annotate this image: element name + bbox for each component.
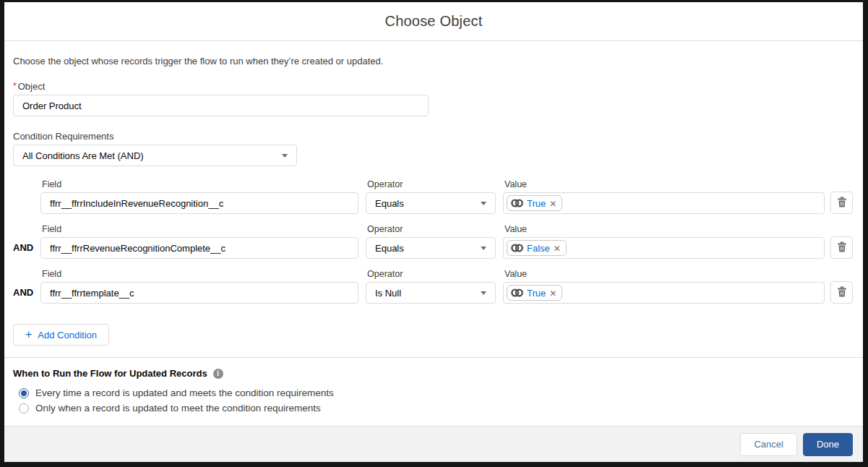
chevron-down-icon xyxy=(481,291,486,295)
overlapping-rings-icon xyxy=(511,243,523,253)
operator-value: Is Null xyxy=(375,288,401,299)
pill-value-label: True xyxy=(527,198,546,209)
object-label: *Object xyxy=(13,81,853,92)
condition-value-column: Value True ✕ xyxy=(503,269,825,304)
radio-option-label: Every time a record is updated and meets… xyxy=(35,387,334,398)
value-column-label: Value xyxy=(503,269,825,279)
operator-column-label: Operator xyxy=(366,179,496,189)
condition-row: Field Operator Equals Value xyxy=(13,179,853,214)
condition-field-input[interactable] xyxy=(40,237,358,259)
value-column-label: Value xyxy=(503,179,825,189)
overlapping-rings-icon xyxy=(511,288,523,298)
modal-content: Choose the object whose records trigger … xyxy=(4,41,863,426)
trash-icon xyxy=(837,197,847,210)
condition-row: AND Field Operator Equals Value xyxy=(13,224,853,259)
done-button[interactable]: Done xyxy=(803,433,853,456)
delete-condition-button[interactable] xyxy=(830,281,853,304)
when-to-run-options: Every time a record is updated and meets… xyxy=(19,387,853,414)
chevron-down-icon xyxy=(481,247,486,250)
plus-icon: + xyxy=(25,329,32,340)
condition-operator-select[interactable]: Equals xyxy=(366,192,496,214)
screenshot-frame: Choose Object Choose the object whose re… xyxy=(0,0,868,467)
chevron-down-icon xyxy=(481,202,486,205)
condition-logic-label: AND xyxy=(13,287,40,304)
radio-option-label: Only when a record is updated to meet th… xyxy=(35,403,321,414)
pill-value-label: False xyxy=(527,243,550,254)
dialog-description: Choose the object whose records trigger … xyxy=(13,56,853,67)
chevron-down-icon xyxy=(282,154,288,158)
condition-field-column: Field xyxy=(40,269,358,304)
condition-row: AND Field Operator Is Null Value xyxy=(13,269,853,304)
radio-option[interactable]: Every time a record is updated and meets… xyxy=(19,387,853,398)
condition-logic-label xyxy=(13,208,40,214)
condition-value-input[interactable]: False ✕ xyxy=(503,237,825,259)
radio-option[interactable]: Only when a record is updated to meet th… xyxy=(19,403,853,414)
condition-requirements-select[interactable]: All Conditions Are Met (AND) xyxy=(13,145,297,166)
operator-column-label: Operator xyxy=(366,269,496,279)
operator-column-label: Operator xyxy=(366,224,496,234)
condition-operator-select[interactable]: Equals xyxy=(366,237,496,259)
condition-operator-column: Operator Equals xyxy=(366,224,496,259)
field-column-label: Field xyxy=(40,269,358,279)
condition-logic-label: AND xyxy=(13,242,40,259)
when-to-run-heading-text: When to Run the Flow for Updated Records xyxy=(13,368,207,379)
info-icon[interactable]: i xyxy=(213,369,223,379)
remove-value-icon[interactable]: ✕ xyxy=(554,244,561,253)
condition-requirements-label: Condition Requirements xyxy=(13,131,853,142)
modal-header: Choose Object xyxy=(4,2,863,41)
modal-footer: Cancel Done xyxy=(4,426,863,462)
condition-field-column: Field xyxy=(40,179,358,214)
condition-operator-column: Operator Is Null xyxy=(366,269,496,304)
delete-condition-button[interactable] xyxy=(830,192,853,214)
condition-field-input[interactable] xyxy=(40,192,358,214)
pill-value-label: True xyxy=(527,288,546,299)
condition-field-input[interactable] xyxy=(40,282,358,304)
condition-operator-column: Operator Equals xyxy=(366,179,496,214)
value-pill: True ✕ xyxy=(507,285,562,301)
value-pill: False ✕ xyxy=(507,240,567,256)
condition-value-input[interactable]: True ✕ xyxy=(503,192,825,214)
condition-value-column: Value True ✕ xyxy=(503,179,825,214)
operator-value: Equals xyxy=(375,198,404,209)
delete-condition-button[interactable] xyxy=(830,236,853,259)
object-label-text: Object xyxy=(18,81,46,92)
add-condition-button[interactable]: + Add Condition xyxy=(13,324,109,346)
object-input[interactable] xyxy=(13,95,429,116)
cancel-button[interactable]: Cancel xyxy=(740,433,796,456)
remove-value-icon[interactable]: ✕ xyxy=(549,199,557,208)
condition-requirements-value: All Conditions Are Met (AND) xyxy=(22,150,144,161)
remove-value-icon[interactable]: ✕ xyxy=(549,288,557,298)
required-asterisk: * xyxy=(13,81,17,91)
overlapping-rings-icon xyxy=(511,198,523,208)
radio-button[interactable] xyxy=(19,403,29,414)
section-divider xyxy=(4,357,863,358)
radio-button[interactable] xyxy=(19,388,29,398)
condition-value-input[interactable]: True ✕ xyxy=(503,282,825,304)
add-condition-label: Add Condition xyxy=(38,330,97,340)
conditions-list: Field Operator Equals Value xyxy=(13,179,853,304)
field-column-label: Field xyxy=(40,224,358,234)
value-pill: True ✕ xyxy=(507,195,562,211)
value-column-label: Value xyxy=(503,224,825,234)
trash-icon xyxy=(837,241,847,254)
field-column-label: Field xyxy=(40,179,358,189)
choose-object-modal: Choose Object Choose the object whose re… xyxy=(4,2,863,462)
when-to-run-heading: When to Run the Flow for Updated Records… xyxy=(13,368,853,379)
modal-title: Choose Object xyxy=(385,13,483,30)
trash-icon xyxy=(837,286,847,299)
operator-value: Equals xyxy=(375,243,404,254)
condition-operator-select[interactable]: Is Null xyxy=(366,282,496,304)
condition-field-column: Field xyxy=(40,224,358,259)
condition-value-column: Value False ✕ xyxy=(503,224,825,259)
